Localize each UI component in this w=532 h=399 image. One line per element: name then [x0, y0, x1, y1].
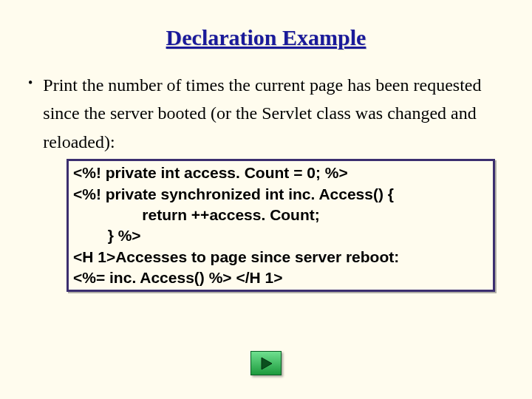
play-icon — [259, 356, 273, 371]
slide-title: Declaration Example — [22, 25, 510, 50]
code-line: return ++access. Count; — [73, 205, 488, 225]
code-line: <H 1>Accesses to page since server reboo… — [73, 247, 488, 267]
bullet-text: Print the number of times the current pa… — [43, 71, 494, 156]
code-line: <%= inc. Access() %> </H 1> — [73, 267, 488, 288]
bullet-item: • Print the number of times the current … — [27, 71, 510, 156]
code-line: <%! private int access. Count = 0; %> — [73, 163, 488, 183]
slide: Declaration Example • Print the number o… — [0, 0, 532, 399]
bullet-marker: • — [28, 71, 33, 95]
code-line: <%! private synchronized int inc. Access… — [73, 184, 488, 205]
code-line: } %> — [73, 225, 488, 246]
next-slide-button[interactable] — [250, 351, 282, 375]
svg-marker-0 — [262, 358, 272, 369]
code-block: <%! private int access. Count = 0; %> <%… — [66, 159, 495, 292]
